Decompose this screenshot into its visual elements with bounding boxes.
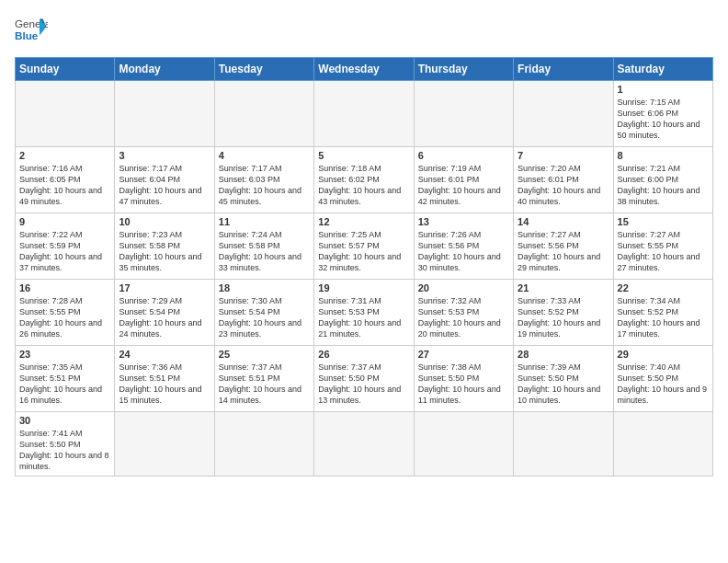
- day-number: 24: [119, 349, 210, 360]
- calendar-cell: 27Sunrise: 7:38 AM Sunset: 5:50 PM Dayli…: [414, 346, 513, 412]
- calendar-cell: [414, 412, 513, 477]
- day-info: Sunrise: 7:26 AM Sunset: 5:56 PM Dayligh…: [418, 229, 509, 274]
- day-number: 4: [219, 150, 310, 161]
- weekday-header-thursday: Thursday: [414, 58, 513, 81]
- day-number: 6: [418, 150, 509, 161]
- day-number: 8: [618, 150, 709, 161]
- day-number: 14: [518, 216, 609, 227]
- calendar-cell: 10Sunrise: 7:23 AM Sunset: 5:58 PM Dayli…: [115, 213, 214, 280]
- calendar-week-row: 30Sunrise: 7:41 AM Sunset: 5:50 PM Dayli…: [16, 412, 713, 477]
- day-number: 18: [219, 282, 310, 293]
- calendar-cell: 18Sunrise: 7:30 AM Sunset: 5:54 PM Dayli…: [214, 280, 313, 346]
- calendar-table: SundayMondayTuesdayWednesdayThursdayFrid…: [15, 57, 713, 477]
- calendar-week-row: 23Sunrise: 7:35 AM Sunset: 5:51 PM Dayli…: [16, 346, 713, 412]
- calendar-cell: [314, 81, 414, 147]
- calendar-cell: 22Sunrise: 7:34 AM Sunset: 5:52 PM Dayli…: [613, 280, 712, 346]
- calendar-cell: [613, 412, 712, 477]
- day-info: Sunrise: 7:28 AM Sunset: 5:55 PM Dayligh…: [19, 295, 110, 340]
- calendar-week-row: 9Sunrise: 7:22 AM Sunset: 5:59 PM Daylig…: [16, 213, 713, 280]
- logo: General Blue: [15, 15, 48, 48]
- calendar-cell: 24Sunrise: 7:36 AM Sunset: 5:51 PM Dayli…: [115, 346, 214, 412]
- day-info: Sunrise: 7:20 AM Sunset: 6:01 PM Dayligh…: [518, 163, 609, 208]
- day-number: 10: [119, 216, 210, 227]
- calendar-cell: 20Sunrise: 7:32 AM Sunset: 5:53 PM Dayli…: [414, 280, 513, 346]
- day-info: Sunrise: 7:41 AM Sunset: 5:50 PM Dayligh…: [19, 428, 110, 473]
- calendar-cell: [414, 81, 513, 147]
- day-info: Sunrise: 7:36 AM Sunset: 5:51 PM Dayligh…: [119, 362, 210, 407]
- day-info: Sunrise: 7:18 AM Sunset: 6:02 PM Dayligh…: [318, 163, 409, 208]
- day-info: Sunrise: 7:17 AM Sunset: 6:03 PM Dayligh…: [219, 163, 310, 208]
- calendar-cell: [514, 81, 613, 147]
- day-info: Sunrise: 7:22 AM Sunset: 5:59 PM Dayligh…: [19, 229, 110, 274]
- calendar-cell: 12Sunrise: 7:25 AM Sunset: 5:57 PM Dayli…: [314, 213, 414, 280]
- calendar-cell: [514, 412, 613, 477]
- calendar-cell: 29Sunrise: 7:40 AM Sunset: 5:50 PM Dayli…: [613, 346, 712, 412]
- day-number: 25: [219, 349, 310, 360]
- day-info: Sunrise: 7:38 AM Sunset: 5:50 PM Dayligh…: [418, 362, 509, 407]
- day-info: Sunrise: 7:30 AM Sunset: 5:54 PM Dayligh…: [219, 295, 310, 340]
- weekday-header-tuesday: Tuesday: [214, 58, 313, 81]
- calendar-week-row: 2Sunrise: 7:16 AM Sunset: 6:05 PM Daylig…: [16, 147, 713, 213]
- day-number: 9: [19, 216, 110, 227]
- day-number: 28: [518, 349, 609, 360]
- calendar-cell: [16, 81, 115, 147]
- day-number: 27: [418, 349, 509, 360]
- svg-text:Blue: Blue: [15, 29, 39, 41]
- day-info: Sunrise: 7:34 AM Sunset: 5:52 PM Dayligh…: [618, 295, 709, 340]
- calendar-cell: [314, 412, 414, 477]
- day-number: 2: [19, 150, 110, 161]
- day-info: Sunrise: 7:21 AM Sunset: 6:00 PM Dayligh…: [618, 163, 709, 208]
- day-number: 21: [518, 282, 609, 293]
- generalblue-logo-icon: General Blue: [15, 15, 48, 48]
- calendar-cell: [214, 412, 313, 477]
- day-number: 29: [618, 349, 709, 360]
- calendar-cell: 9Sunrise: 7:22 AM Sunset: 5:59 PM Daylig…: [16, 213, 115, 280]
- day-info: Sunrise: 7:19 AM Sunset: 6:01 PM Dayligh…: [418, 163, 509, 208]
- calendar-cell: 15Sunrise: 7:27 AM Sunset: 5:55 PM Dayli…: [613, 213, 712, 280]
- day-number: 15: [618, 216, 709, 227]
- header: General Blue: [15, 15, 713, 48]
- day-info: Sunrise: 7:32 AM Sunset: 5:53 PM Dayligh…: [418, 295, 509, 340]
- day-info: Sunrise: 7:24 AM Sunset: 5:58 PM Dayligh…: [219, 229, 310, 274]
- day-info: Sunrise: 7:39 AM Sunset: 5:50 PM Dayligh…: [518, 362, 609, 407]
- day-info: Sunrise: 7:17 AM Sunset: 6:04 PM Dayligh…: [119, 163, 210, 208]
- calendar-cell: 14Sunrise: 7:27 AM Sunset: 5:56 PM Dayli…: [514, 213, 613, 280]
- day-number: 17: [119, 282, 210, 293]
- calendar-cell: 23Sunrise: 7:35 AM Sunset: 5:51 PM Dayli…: [16, 346, 115, 412]
- day-info: Sunrise: 7:40 AM Sunset: 5:50 PM Dayligh…: [618, 362, 709, 407]
- calendar-cell: 16Sunrise: 7:28 AM Sunset: 5:55 PM Dayli…: [16, 280, 115, 346]
- weekday-header-row: SundayMondayTuesdayWednesdayThursdayFrid…: [16, 58, 713, 81]
- weekday-header-monday: Monday: [115, 58, 214, 81]
- calendar-cell: 1Sunrise: 7:15 AM Sunset: 6:06 PM Daylig…: [613, 81, 712, 147]
- weekday-header-sunday: Sunday: [16, 58, 115, 81]
- day-number: 26: [318, 349, 409, 360]
- day-number: 20: [418, 282, 509, 293]
- day-number: 11: [219, 216, 310, 227]
- day-info: Sunrise: 7:31 AM Sunset: 5:53 PM Dayligh…: [318, 295, 409, 340]
- calendar-cell: [115, 81, 214, 147]
- day-number: 16: [19, 282, 110, 293]
- day-number: 13: [418, 216, 509, 227]
- calendar-cell: 25Sunrise: 7:37 AM Sunset: 5:51 PM Dayli…: [214, 346, 313, 412]
- day-info: Sunrise: 7:37 AM Sunset: 5:50 PM Dayligh…: [318, 362, 409, 407]
- calendar-cell: [115, 412, 214, 477]
- day-number: 22: [618, 282, 709, 293]
- calendar-cell: 2Sunrise: 7:16 AM Sunset: 6:05 PM Daylig…: [16, 147, 115, 213]
- day-info: Sunrise: 7:25 AM Sunset: 5:57 PM Dayligh…: [318, 229, 409, 274]
- day-info: Sunrise: 7:29 AM Sunset: 5:54 PM Dayligh…: [119, 295, 210, 340]
- calendar-cell: 3Sunrise: 7:17 AM Sunset: 6:04 PM Daylig…: [115, 147, 214, 213]
- calendar-cell: 21Sunrise: 7:33 AM Sunset: 5:52 PM Dayli…: [514, 280, 613, 346]
- day-number: 3: [119, 150, 210, 161]
- day-number: 1: [618, 84, 709, 95]
- page: General Blue SundayMondayTuesdayWednesda…: [0, 0, 728, 484]
- calendar-cell: 19Sunrise: 7:31 AM Sunset: 5:53 PM Dayli…: [314, 280, 414, 346]
- calendar-cell: 5Sunrise: 7:18 AM Sunset: 6:02 PM Daylig…: [314, 147, 414, 213]
- calendar-week-row: 1Sunrise: 7:15 AM Sunset: 6:06 PM Daylig…: [16, 81, 713, 147]
- calendar-cell: 6Sunrise: 7:19 AM Sunset: 6:01 PM Daylig…: [414, 147, 513, 213]
- calendar-cell: 4Sunrise: 7:17 AM Sunset: 6:03 PM Daylig…: [214, 147, 313, 213]
- calendar-cell: 30Sunrise: 7:41 AM Sunset: 5:50 PM Dayli…: [16, 412, 115, 477]
- weekday-header-saturday: Saturday: [613, 58, 712, 81]
- day-info: Sunrise: 7:37 AM Sunset: 5:51 PM Dayligh…: [219, 362, 310, 407]
- calendar-cell: 13Sunrise: 7:26 AM Sunset: 5:56 PM Dayli…: [414, 213, 513, 280]
- weekday-header-wednesday: Wednesday: [314, 58, 414, 81]
